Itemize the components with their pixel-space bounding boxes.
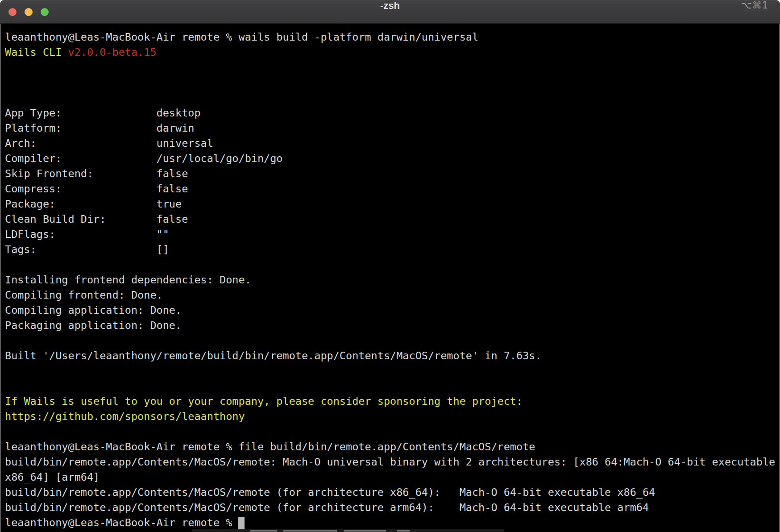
terminal-line: Compiling frontend: Done. xyxy=(5,287,779,303)
terminal-text: x86_64] [arm64] xyxy=(5,471,100,483)
terminal-line: Wails CLI v2.0.0-beta.15 xyxy=(5,45,779,60)
terminal-line xyxy=(5,60,779,75)
terminal-line xyxy=(5,424,779,439)
terminal-screen[interactable]: leaanthony@Leas-MacBook-Air remote % wai… xyxy=(0,24,780,532)
background-artifact xyxy=(192,529,504,532)
terminal-text: Package: true xyxy=(5,198,182,210)
terminal-line: leaanthony@Leas-MacBook-Air remote % xyxy=(5,515,779,530)
terminal-line: Clean Build Dir: false xyxy=(5,212,779,227)
terminal-text: Compiling frontend: Done. xyxy=(5,289,163,301)
terminal-text: Built '/Users/leaanthony/remote/build/bi… xyxy=(5,349,542,362)
terminal-line: Compiler: /usr/local/go/bin/go xyxy=(5,151,779,166)
terminal-line: Packaging application: Done. xyxy=(5,318,779,333)
terminal-line: Package: true xyxy=(5,196,779,212)
terminal-line: leaanthony@Leas-MacBook-Air remote % fil… xyxy=(5,439,779,454)
terminal-text: Clean Build Dir: false xyxy=(5,213,188,225)
terminal-window: -zsh ⌥⌘1 leaanthony@Leas-MacBook-Air rem… xyxy=(0,0,780,532)
terminal-text: Packaging application: Done. xyxy=(5,319,182,332)
terminal-line: build/bin/remote.app/Contents/MacOS/remo… xyxy=(5,500,779,515)
terminal-text: Compiler: /usr/local/go/bin/go xyxy=(5,152,283,165)
terminal-text: App Type: desktop xyxy=(5,107,201,119)
terminal-line: leaanthony@Leas-MacBook-Air remote % wai… xyxy=(5,29,779,45)
terminal-text: https://github.com/sponsors/leaanthony xyxy=(5,410,245,423)
terminal-text: leaanthony@Leas-MacBook-Air remote % xyxy=(5,516,238,529)
terminal-line: build/bin/remote.app/Contents/MacOS/remo… xyxy=(5,485,779,500)
terminal-text: Compress: false xyxy=(5,183,188,195)
terminal-line: Tags: [] xyxy=(5,242,779,257)
terminal-text: Wails CLI xyxy=(5,46,68,58)
terminal-line: https://github.com/sponsors/leaanthony xyxy=(5,409,779,424)
terminal-text: Platform: darwin xyxy=(5,122,194,134)
terminal-line: If Wails is useful to you or your compan… xyxy=(5,394,779,409)
terminal-line: App Type: desktop xyxy=(5,105,779,121)
terminal-line xyxy=(5,257,779,272)
terminal-line xyxy=(5,75,779,90)
terminal-line: Arch: universal xyxy=(5,136,779,151)
terminal-text: If Wails is useful to you or your compan… xyxy=(5,395,523,407)
terminal-line: build/bin/remote.app/Contents/MacOS/remo… xyxy=(5,454,779,470)
terminal-text: Installing frontend dependencies: Done. xyxy=(5,274,251,286)
terminal-line: Skip Frontend: false xyxy=(5,166,779,181)
terminal-text: leaanthony@Leas-MacBook-Air remote % fil… xyxy=(5,441,535,453)
terminal-text: build/bin/remote.app/Contents/MacOS/remo… xyxy=(5,501,649,514)
terminal-text: Tags: [] xyxy=(5,243,169,256)
terminal-line xyxy=(5,378,779,394)
terminal-line: Compress: false xyxy=(5,181,779,196)
terminal-line: x86_64] [arm64] xyxy=(5,470,779,485)
text-cursor xyxy=(238,517,245,530)
terminal-line: Compiling application: Done. xyxy=(5,303,779,318)
terminal-text: Arch: universal xyxy=(5,137,213,150)
terminal-text: build/bin/remote.app/Contents/MacOS/remo… xyxy=(5,456,775,468)
terminal-line xyxy=(5,363,779,378)
terminal-line: LDFlags: "" xyxy=(5,227,779,242)
terminal-text: build/bin/remote.app/Contents/MacOS/remo… xyxy=(5,486,655,499)
terminal-line: Installing frontend dependencies: Done. xyxy=(5,272,779,287)
terminal-line xyxy=(5,90,779,105)
terminal-text: v2.0.0-beta.15 xyxy=(68,46,156,58)
terminal-text: Compiling application: Done. xyxy=(5,304,182,316)
terminal-text: Skip Frontend: false xyxy=(5,167,188,180)
terminal-line: Platform: darwin xyxy=(5,121,779,136)
titlebar[interactable]: -zsh ⌥⌘1 xyxy=(0,0,780,24)
terminal-text: LDFlags: "" xyxy=(5,228,169,241)
tab-shortcut: ⌥⌘1 xyxy=(741,0,768,24)
terminal-text: leaanthony@Leas-MacBook-Air remote % wai… xyxy=(5,31,478,43)
terminal-line xyxy=(5,333,779,348)
window-title: -zsh xyxy=(0,0,780,24)
terminal-line: Built '/Users/leaanthony/remote/build/bi… xyxy=(5,348,779,363)
